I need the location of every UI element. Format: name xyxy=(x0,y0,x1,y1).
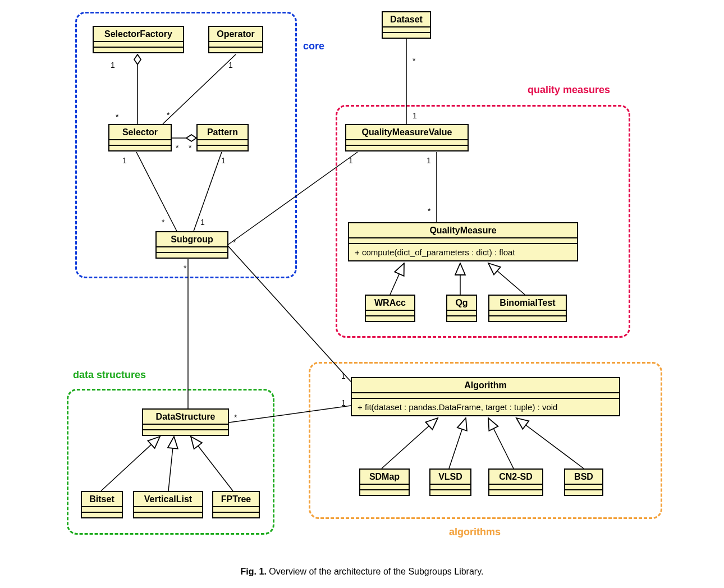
mult: * xyxy=(167,111,169,120)
mult: 1 xyxy=(341,398,346,407)
class-name: Algorithm xyxy=(352,378,619,393)
mult: 1 xyxy=(341,371,346,380)
mult: 1 xyxy=(221,156,226,165)
mult: 1 xyxy=(349,156,353,165)
class-subgroup: Subgroup xyxy=(155,231,228,259)
class-name: BinomialTest xyxy=(489,296,566,311)
mult: 1 xyxy=(122,156,127,165)
class-name: WRAcc xyxy=(366,296,414,311)
class-name: Bitset xyxy=(82,492,122,507)
mult: 1 xyxy=(228,61,233,70)
class-name: DataStructure xyxy=(143,410,228,425)
class-sdmap: SDMap xyxy=(359,468,410,496)
class-name: Operator xyxy=(209,27,262,42)
class-name: SelectorFactory xyxy=(94,27,183,42)
caption-bold: Fig. 1. xyxy=(241,567,267,576)
class-data-structure: DataStructure xyxy=(142,408,229,436)
class-selector: Selector xyxy=(108,124,172,151)
mult: 1 xyxy=(200,218,205,227)
mult: * xyxy=(184,264,186,273)
mult: * xyxy=(413,56,415,65)
class-operator: Operator xyxy=(208,26,263,53)
class-cn2sd: CN2-SD xyxy=(488,468,543,496)
class-name: Selector xyxy=(109,125,171,140)
mult: * xyxy=(233,238,236,247)
class-qg: Qg xyxy=(446,295,477,322)
caption-text: Overview of the architecture of the Subg… xyxy=(269,567,483,576)
mult: 1 xyxy=(111,61,115,70)
class-quality-measure-value: QualityMeasureValue xyxy=(345,124,469,151)
mult: * xyxy=(116,112,118,121)
class-name: VerticalList xyxy=(134,492,202,507)
figure-caption: Fig. 1. Overview of the architecture of … xyxy=(0,567,724,577)
class-binomial-test: BinomialTest xyxy=(488,295,567,322)
package-label-algorithms: algorithms xyxy=(449,526,501,538)
class-vlsd: VLSD xyxy=(429,468,471,496)
method: + compute(dict_of_parameters : dict) : f… xyxy=(349,244,577,260)
uml-diagram: core quality measures data structures al… xyxy=(0,0,724,588)
class-selector-factory: SelectorFactory xyxy=(93,26,184,53)
class-name: Pattern xyxy=(198,125,248,140)
class-name: Subgroup xyxy=(157,232,227,247)
mult: * xyxy=(234,413,237,422)
class-name: FPTree xyxy=(213,492,259,507)
package-label-data-structures: data structures xyxy=(73,369,146,381)
mult: * xyxy=(176,143,178,152)
class-name: BSD xyxy=(565,470,602,485)
mult: * xyxy=(189,143,191,152)
mult: 1 xyxy=(427,156,431,165)
class-vertical-list: VerticalList xyxy=(133,491,203,518)
class-name: Qg xyxy=(447,296,476,311)
mult: 1 xyxy=(413,111,417,120)
class-pattern: Pattern xyxy=(196,124,249,151)
mult: * xyxy=(428,206,430,215)
class-bitset: Bitset xyxy=(81,491,123,518)
method: + fit(dataset : pandas.DataFrame, target… xyxy=(352,399,619,415)
class-name: VLSD xyxy=(430,470,470,485)
class-dataset: Dataset xyxy=(382,11,431,39)
mult: * xyxy=(162,218,164,227)
class-wracc: WRAcc xyxy=(365,295,415,322)
class-name: SDMap xyxy=(360,470,409,485)
package-label-core: core xyxy=(303,40,324,52)
class-algorithm: Algorithm + fit(dataset : pandas.DataFra… xyxy=(351,377,620,416)
class-bsd: BSD xyxy=(564,468,603,496)
class-name: QualityMeasureValue xyxy=(346,125,468,140)
class-name: Dataset xyxy=(383,12,430,27)
class-name: QualityMeasure xyxy=(349,223,577,238)
class-quality-measure: QualityMeasure + compute(dict_of_paramet… xyxy=(348,222,578,261)
class-name: CN2-SD xyxy=(489,470,542,485)
class-fptree: FPTree xyxy=(212,491,260,518)
package-label-quality: quality measures xyxy=(528,84,610,96)
